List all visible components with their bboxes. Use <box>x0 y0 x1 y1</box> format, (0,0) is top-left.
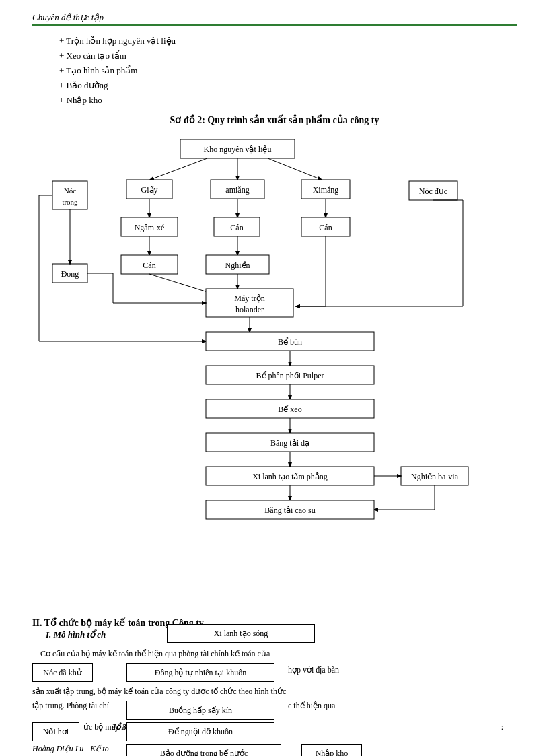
arrow-right: → <box>284 752 295 756</box>
svg-text:Xi lanh tạo tấm phẳng: Xi lanh tạo tấm phẳng <box>252 472 328 481</box>
nhap-kho-box: Nhập kho <box>301 744 362 756</box>
intro-item-1: + Trộn hỗn hợp nguyên vật liệu <box>59 34 517 48</box>
svg-text:Ximăng: Ximăng <box>313 185 339 195</box>
svg-text:Nóc  đục: Nóc đục <box>419 186 447 196</box>
body-text-frag-2: tập trung. Phòng tài chí <box>32 701 109 711</box>
bao-duong-box: Bảo dưỡng trong bể nước <box>126 744 281 756</box>
intro-item-4: + Bảo dưỡng <box>59 78 517 93</box>
svg-text:holander: holander <box>235 305 264 314</box>
svg-text:Nghiền: Nghiền <box>225 261 250 270</box>
svg-text:Đong: Đong <box>61 269 79 279</box>
svg-text:Bể xeo: Bể xeo <box>278 405 301 414</box>
svg-text:Giấy: Giấy <box>141 185 158 195</box>
svg-text:Nóc: Nóc <box>64 186 76 195</box>
header-title: Chuyên đề thực tập <box>32 12 104 23</box>
so-do-3-label: đồ 3 <box>100 722 126 732</box>
xi-lanh-song-box: Xi lanh tạo sóng <box>167 624 315 643</box>
svg-text:Kho nguyên vật liệu: Kho nguyên vật liệu <box>204 145 272 154</box>
intro-item-5: + Nhập kho <box>59 93 517 108</box>
body-text-2: sản xuất tập trung, bộ máy kế toán của c… <box>32 685 517 698</box>
intro-item-2: + Xeo cán tạo tấm <box>59 48 517 63</box>
de-nguoi-box: Để nguội dỡ khuôn <box>126 722 274 741</box>
svg-line-34 <box>149 274 214 294</box>
noc-da-khu-box: Nóc đã khử <box>32 663 93 682</box>
section-ii-area: II. Tổ chức bộ máy kế toán trong Công ty… <box>32 617 517 756</box>
svg-text:Cán: Cán <box>319 223 332 232</box>
body-text-frag-1: hợp với địa bàn <box>288 663 339 677</box>
svg-text:amiăng: amiăng <box>225 185 249 195</box>
svg-text:Băng tải dạ: Băng tải dạ <box>270 438 309 448</box>
body-text-frag-3: c thể hiện qua <box>288 701 517 711</box>
svg-text:Máy trộn: Máy trộn <box>234 294 264 303</box>
section-ii-sub: I. Mô hình tổ ch <box>46 629 106 640</box>
dong-ho-box: Đông hộ tự nhiên tại khuôn <box>126 663 274 682</box>
header: Chuyên đề thực tập <box>32 12 517 26</box>
noi-hoi-box: Nồi hơi <box>32 722 79 741</box>
colon-right: : <box>501 722 503 732</box>
svg-text:Bể bùn: Bể bùn <box>278 337 302 347</box>
intro-item-3: + Tạo hình sản phẩm <box>59 63 517 78</box>
footer-text: Hoàng Diệu Lu - Kế to <box>32 744 109 754</box>
svg-text:Băng tải cao su: Băng tải cao su <box>264 506 315 515</box>
svg-line-2 <box>150 158 207 180</box>
diagram-title: Sơ đồ 2: Quy trình sản xuất sản phẩm của… <box>32 114 517 126</box>
svg-line-4 <box>268 158 322 180</box>
svg-text:Ngâm-xé: Ngâm-xé <box>135 223 165 232</box>
flowchart-diagram: Kho nguyên vật liệu Nóc trong Giấy amiăn… <box>32 133 517 644</box>
intro-list: + Trộn hỗn hợp nguyên vật liệu + Xeo cán… <box>59 34 517 108</box>
svg-text:Cán: Cán <box>143 261 155 270</box>
svg-text:trong: trong <box>62 198 78 206</box>
buong-hap-box: Buồng hấp sấy kín <box>126 701 274 720</box>
svg-text:Bể phân phối Pulper: Bể phân phối Pulper <box>256 371 324 380</box>
svg-text:Nghiền ba-via: Nghiền ba-via <box>411 472 459 481</box>
body-text-1: Cơ cấu của bộ máy kế toán thể hiện qua p… <box>32 647 517 660</box>
svg-text:Cán: Cán <box>230 223 243 232</box>
